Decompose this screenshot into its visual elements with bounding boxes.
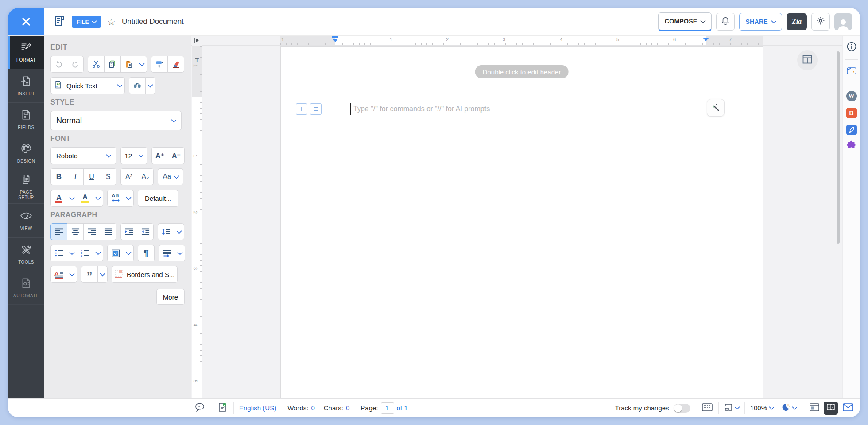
- track-changes-toggle[interactable]: [674, 404, 690, 413]
- checklist-button[interactable]: [107, 245, 124, 261]
- vertical-ruler[interactable]: ⊤ 1 1 2 3 4 5: [192, 45, 202, 398]
- sidebar-item-insert[interactable]: INSERT: [8, 69, 44, 103]
- page-layout-button[interactable]: [797, 50, 818, 70]
- sidebar-item-view[interactable]: VIEW: [8, 204, 44, 238]
- quick-text-button[interactable]: Aa Quick Text: [50, 77, 125, 94]
- zia-assistant-button[interactable]: Zia: [787, 13, 807, 30]
- paste-options-dropdown[interactable]: [137, 56, 147, 73]
- checklist-dropdown[interactable]: [124, 245, 134, 261]
- align-center-button[interactable]: [67, 223, 84, 240]
- bullet-list-dropdown[interactable]: [67, 245, 77, 261]
- compose-button[interactable]: COMPOSE: [658, 12, 712, 31]
- bullet-list-button[interactable]: [50, 245, 67, 261]
- default-formatting-button[interactable]: Default...: [138, 190, 178, 207]
- drop-cap-dropdown[interactable]: [67, 266, 77, 283]
- show-formatting-button[interactable]: ¶: [138, 245, 155, 261]
- document-page[interactable]: Double click to edit header Type "/" for…: [280, 46, 763, 398]
- line-spacing-dropdown[interactable]: [174, 223, 184, 240]
- highlight-color-dropdown[interactable]: [93, 190, 103, 207]
- file-menu-button[interactable]: FILE: [72, 16, 101, 28]
- sidebar-item-design[interactable]: DESIGN: [8, 136, 44, 170]
- line-spacing-button[interactable]: [158, 223, 174, 240]
- font-color-button[interactable]: A: [50, 190, 67, 207]
- cut-button[interactable]: [88, 56, 105, 73]
- zoom-selector[interactable]: 100%: [750, 404, 774, 412]
- strikethrough-button[interactable]: S: [100, 168, 116, 185]
- block-quote-dropdown[interactable]: [97, 266, 108, 283]
- undo-button[interactable]: [50, 56, 67, 73]
- language-selector[interactable]: English (US): [239, 404, 276, 412]
- blogger-button[interactable]: B: [846, 107, 857, 119]
- wordpress-button[interactable]: W: [846, 90, 857, 102]
- masked-data-button[interactable]: [846, 66, 857, 78]
- drop-cap-button[interactable]: A: [50, 266, 67, 283]
- vertical-scrollbar[interactable]: [837, 51, 840, 244]
- close-button[interactable]: [8, 8, 44, 35]
- document-info-button[interactable]: [846, 42, 857, 53]
- body-first-line[interactable]: Type "/" for commands or "//" for AI pro…: [296, 103, 490, 115]
- decrease-font-button[interactable]: A⁻: [168, 147, 185, 164]
- panel-view-button[interactable]: [809, 403, 820, 413]
- publish-quill-button[interactable]: [846, 124, 857, 136]
- editor-placeholder[interactable]: Type "/" for commands or "//" for AI pro…: [353, 105, 490, 113]
- highlight-color-button[interactable]: A: [77, 190, 93, 207]
- notifications-button[interactable]: [716, 13, 735, 31]
- redo-button[interactable]: [67, 56, 84, 73]
- feedback-button[interactable]: [842, 403, 854, 413]
- change-case-button[interactable]: Aa: [158, 168, 183, 185]
- align-right-button[interactable]: [83, 223, 100, 240]
- night-mode-button[interactable]: [780, 403, 798, 413]
- decrease-indent-button[interactable]: [137, 223, 154, 240]
- underline-button[interactable]: U: [83, 168, 100, 185]
- paragraph-style-select[interactable]: Normal: [50, 111, 182, 130]
- numbered-list-dropdown[interactable]: [93, 245, 103, 261]
- character-spacing-button[interactable]: AB⟷: [107, 190, 124, 207]
- edit-header-hint[interactable]: Double click to edit header: [475, 65, 569, 78]
- ai-wand-button[interactable]: [707, 99, 725, 117]
- user-avatar[interactable]: [834, 13, 852, 30]
- keyboard-shortcuts-button[interactable]: [701, 403, 713, 413]
- fit-page-button[interactable]: [724, 403, 739, 413]
- font-family-select[interactable]: Roboto: [50, 147, 116, 164]
- clear-formatting-button[interactable]: [167, 56, 184, 73]
- numbered-list-button[interactable]: 123: [77, 245, 93, 261]
- right-indent-marker[interactable]: [703, 38, 709, 41]
- character-spacing-dropdown[interactable]: [124, 190, 134, 207]
- comments-button[interactable]: [194, 403, 205, 413]
- justify-button[interactable]: [100, 223, 116, 240]
- hanging-indent-dropdown[interactable]: [175, 245, 185, 261]
- subscript-button[interactable]: A₂: [137, 168, 154, 185]
- increase-font-button[interactable]: A⁺: [151, 147, 168, 164]
- borders-shading-button[interactable]: Borders and S...: [112, 266, 178, 283]
- find-options-dropdown[interactable]: [145, 77, 155, 94]
- reader-view-button[interactable]: [824, 402, 838, 415]
- italic-button[interactable]: I: [67, 168, 84, 185]
- increase-indent-button[interactable]: [120, 223, 137, 240]
- block-menu-icon[interactable]: [310, 103, 322, 115]
- chars-count[interactable]: 0: [346, 404, 349, 412]
- sidebar-item-tools[interactable]: TOOLS: [8, 238, 44, 271]
- sidebar-item-page-setup[interactable]: PAGE SETUP: [8, 170, 44, 204]
- font-color-dropdown[interactable]: [67, 190, 77, 207]
- favorite-star-icon[interactable]: ☆: [107, 17, 116, 27]
- bold-button[interactable]: B: [50, 168, 67, 185]
- sidebar-item-format[interactable]: FORMAT: [8, 35, 44, 69]
- extensions-button[interactable]: [846, 141, 857, 152]
- sidebar-item-fields[interactable]: FIELDS: [8, 103, 44, 136]
- format-painter-button[interactable]: [151, 56, 168, 73]
- block-quote-button[interactable]: ”: [81, 266, 98, 283]
- tab-selector-icon[interactable]: [193, 36, 201, 44]
- horizontal-ruler[interactable]: 1 1 2 3 4 5 6 7: [191, 35, 842, 46]
- settings-button[interactable]: [811, 13, 830, 31]
- document-title[interactable]: Untitled Document: [122, 17, 184, 26]
- words-count[interactable]: 0: [311, 404, 314, 412]
- proofing-button[interactable]: [217, 402, 228, 413]
- paste-button[interactable]: [120, 56, 137, 73]
- superscript-button[interactable]: A²: [120, 168, 137, 185]
- hanging-indent-button[interactable]: [159, 245, 175, 261]
- share-button[interactable]: SHARE: [739, 13, 782, 31]
- font-size-select[interactable]: 12: [120, 147, 148, 164]
- more-button[interactable]: More: [156, 289, 185, 305]
- copy-button[interactable]: [104, 56, 121, 73]
- add-block-icon[interactable]: [296, 103, 307, 115]
